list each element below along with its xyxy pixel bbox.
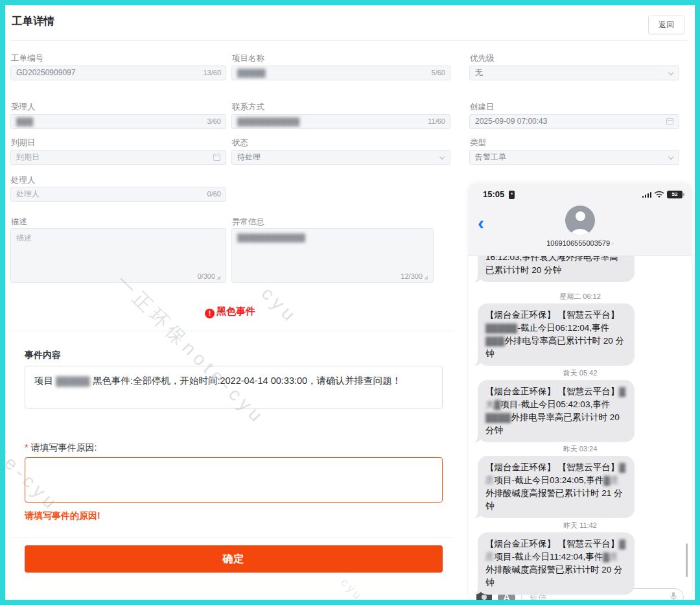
sms-date-separator: 昨天 11:42 bbox=[469, 521, 692, 530]
section-divider bbox=[10, 331, 454, 331]
contact-counter: 11/60 bbox=[428, 115, 445, 128]
cellular-signal-icon bbox=[642, 191, 652, 198]
sms-bubble: 【烟台金正环保】 【智慧云平台】▓大▓项目-截止今日05:42:03,事件▓▓▓… bbox=[478, 380, 635, 442]
contact-input[interactable]: ▓▓▓▓▓▓▓▓▓▓▓ 11/60 bbox=[231, 114, 450, 129]
header-divider bbox=[10, 40, 687, 41]
sms-redacted-text: ▓▓▓ bbox=[485, 336, 505, 346]
field-label-description: 描述 bbox=[11, 217, 27, 228]
work-order-detail-page: 工单详情 返回 工单编号 GD20250909097 13/60 项目名称 ▓▓… bbox=[0, 0, 700, 605]
description-counter: 0/300 bbox=[197, 272, 220, 280]
field-label-handler: 处理人 bbox=[11, 175, 36, 186]
event-content-redacted: ▓▓▓▓▓ bbox=[56, 375, 90, 386]
sms-text: 项目-截止今日05:42:03,事件 bbox=[500, 399, 610, 409]
back-button[interactable]: 返回 bbox=[648, 16, 684, 34]
page-title: 工单详情 bbox=[12, 14, 54, 29]
exception-info-textarea[interactable]: ▓▓▓▓▓▓▓▓▓▓▓▓ 12/300 bbox=[231, 228, 434, 283]
project-name-value: ▓▓▓▓▓ bbox=[237, 68, 266, 77]
order-no-input[interactable]: GD20250909097 13/60 bbox=[10, 65, 226, 80]
type-select[interactable]: 告警工单 bbox=[469, 150, 679, 165]
chevron-down-icon bbox=[439, 154, 445, 160]
reason-error-message: 请填写事件的原因! bbox=[25, 510, 100, 522]
status-time: 15:05 bbox=[483, 189, 504, 199]
field-label-exception-info: 异常信息 bbox=[232, 217, 264, 228]
event-content-box: 项目 ▓▓▓▓▓ 黑色事件:全部停机，开始时间:2022-04-14 00:33… bbox=[25, 366, 443, 409]
contact-number-text: 1069106555003579 bbox=[546, 239, 610, 247]
back-chevron-icon: ‹ bbox=[478, 213, 484, 233]
field-label-type: 类型 bbox=[470, 137, 486, 148]
chevron-right-icon: › bbox=[611, 239, 614, 247]
contact-value: ▓▓▓▓▓▓▓▓▓▓▓ bbox=[237, 117, 299, 126]
sms-redacted-text: ▓▓▓▓▓ bbox=[485, 323, 517, 333]
black-event-alert: !黑色事件 bbox=[10, 305, 450, 318]
footer-divider bbox=[10, 538, 454, 538]
project-name-input[interactable]: ▓▓▓▓▓ 5/60 bbox=[231, 65, 450, 80]
sms-text: 【烟台金正环保】 【智慧云平台】 bbox=[485, 539, 619, 549]
calendar-icon bbox=[213, 154, 220, 161]
handler-input[interactable]: 处理人 0/60 bbox=[10, 187, 226, 202]
sms-text: 项目-截止今日03:24:05,事件 bbox=[495, 475, 604, 485]
acceptor-input[interactable]: ▓▓▓ 3/60 bbox=[10, 114, 226, 129]
calendar-icon bbox=[666, 118, 673, 125]
sms-screenshot: 16:12:03,事件袁大滩外排电导率高已累计计时 20 分钟 星期二 06:1… bbox=[469, 184, 692, 600]
reason-textarea[interactable] bbox=[25, 457, 443, 503]
required-asterisk: * bbox=[25, 442, 28, 453]
watermark-text: cyu bbox=[338, 576, 366, 604]
sms-text: 【烟台金正环保】 【智慧云平台】 bbox=[485, 462, 619, 472]
due-date-placeholder: 到期日 bbox=[16, 152, 40, 161]
sms-text: -截止今日06:12:04,事件 bbox=[517, 323, 609, 333]
microphone-icon bbox=[670, 592, 677, 600]
exception-info-value: ▓▓▓▓▓▓▓▓▓▓▓▓ bbox=[237, 233, 305, 242]
exception-info-counter: 12/300 bbox=[401, 272, 428, 280]
field-label-due-date: 到期日 bbox=[11, 137, 36, 148]
field-label-priority: 优先级 bbox=[470, 53, 495, 64]
sms-text: 项目-截止今日11:42:04,事件 bbox=[495, 552, 603, 562]
sms-text: 【烟台金正环保】 【智慧云平台】 bbox=[485, 310, 619, 320]
sms-date-separator: 昨天 03:24 bbox=[469, 444, 692, 454]
chevron-down-icon bbox=[668, 154, 673, 160]
status-indicator-icon bbox=[509, 191, 515, 199]
description-textarea[interactable]: 描述 0/300 bbox=[10, 228, 226, 283]
confirm-button[interactable]: 确定 bbox=[25, 545, 443, 573]
battery-icon: 52 bbox=[667, 191, 682, 198]
sms-bubble: 【烟台金正环保】 【智慧云平台】▓庄项目-截止今日11:42:04,事件▓庄外排… bbox=[478, 532, 635, 595]
sms-text: 外排电导率高已累计计时 20 分钟 bbox=[485, 336, 624, 359]
sms-bubble: 【烟台金正环保】 【智慧云平台】▓庄项目-截止今日03:24:05,事件▓庄外排… bbox=[478, 456, 635, 518]
handler-counter: 0/60 bbox=[207, 187, 221, 201]
sms-bubble: 【烟台金正环保】 【智慧云平台】▓▓▓▓▓-截止今日06:12:04,事件▓▓▓… bbox=[478, 303, 635, 366]
field-label-order-no: 工单编号 bbox=[11, 53, 43, 64]
sms-text: 外排酸碱度高报警已累计计时 20 分钟 bbox=[485, 565, 623, 587]
sms-redacted-text: ▓庄 bbox=[603, 475, 618, 485]
event-content-text: 黑色事件:全部停机，开始时间:2022-04-14 00:33:00，请确认并排… bbox=[90, 375, 401, 386]
scrollbar[interactable] bbox=[686, 543, 688, 577]
status-value: 待处理 bbox=[237, 152, 261, 161]
event-content-prefix: 项目 bbox=[34, 375, 56, 386]
description-placeholder: 描述 bbox=[16, 233, 32, 243]
wifi-icon bbox=[654, 191, 664, 198]
sms-text: 外排酸碱度高报警已累计计时 21 分钟 bbox=[485, 488, 623, 511]
sms-text: 【烟台金正环保】 【智慧云平台】 bbox=[485, 386, 619, 396]
sms-date-separator: 星期二 06:12 bbox=[469, 292, 692, 302]
event-content-title: 事件内容 bbox=[25, 350, 61, 361]
contact-avatar bbox=[565, 206, 595, 235]
priority-select[interactable]: 无 bbox=[469, 65, 679, 80]
phone-header: 15:05 52 ‹ 1069106555003579› bbox=[469, 184, 692, 256]
sms-date-separator: 前天 05:42 bbox=[469, 368, 692, 378]
order-no-counter: 13/60 bbox=[203, 66, 221, 80]
handler-placeholder: 处理人 bbox=[16, 189, 40, 198]
reason-label: *请填写事件原因: bbox=[25, 442, 97, 454]
error-circle-icon: ! bbox=[205, 309, 215, 318]
acceptor-counter: 3/60 bbox=[207, 115, 221, 128]
field-label-contact: 联系方式 bbox=[232, 102, 264, 113]
order-no-value: GD20250909097 bbox=[16, 68, 75, 77]
status-select[interactable]: 待处理 bbox=[231, 150, 450, 165]
created-date-input[interactable]: 2025-09-09 07:00:43 bbox=[469, 114, 679, 129]
sms-redacted-text: ▓庄 bbox=[603, 552, 618, 562]
chevron-down-icon bbox=[668, 70, 673, 75]
field-label-created-date: 创建日 bbox=[470, 102, 495, 113]
due-date-input[interactable]: 到期日 bbox=[10, 150, 226, 165]
field-label-status: 状态 bbox=[232, 137, 248, 148]
created-date-value: 2025-09-09 07:00:43 bbox=[475, 117, 547, 126]
priority-value: 无 bbox=[475, 68, 483, 77]
sms-redacted-text: ▓▓▓▓ bbox=[485, 412, 511, 422]
black-event-alert-label: 黑色事件 bbox=[216, 305, 255, 316]
